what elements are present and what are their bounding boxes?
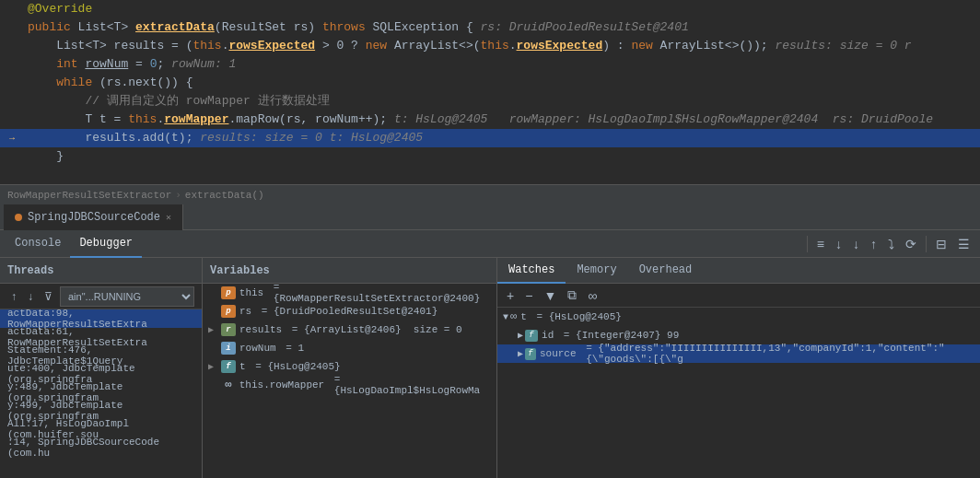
watches-panel: Watches Memory Overhead + − ▼ ⧉ ∞ ▼ ∞ t … [497, 258, 980, 478]
var-item-rs[interactable]: p rs = {DruidPooledResultSet@2401} [203, 302, 496, 321]
watch-item-source[interactable]: ▶ f source = {"address":"IIIIIIIIIIIIIII… [497, 344, 980, 363]
var-value-results: = {ArrayList@2406} size = 0 [292, 324, 462, 335]
thread-item-5[interactable]: y:499, JdbcTemplate (org.springfram [0, 402, 202, 420]
threads-panel-header: Threads [0, 258, 202, 284]
var-arrow-this [208, 288, 221, 298]
threads-panel: Threads ↑ ↓ ⊽ ain"...RUNNING actData:98,… [0, 258, 203, 478]
code-line-6: // 调用自定义的 rowMapper 进行数据处理 [0, 92, 980, 111]
step-over-button[interactable]: ↓ [831, 234, 846, 254]
toolbar-separator-2 [926, 236, 927, 252]
menu-button[interactable]: ≡ [812, 234, 829, 254]
var-item-rownum[interactable]: i rowNum = 1 [203, 339, 496, 357]
breadcrumb-separator: › [175, 190, 181, 201]
tab-console[interactable]: Console [6, 230, 70, 258]
breadcrumb-part-2[interactable]: extractData() [185, 190, 264, 201]
evaluate-button[interactable]: ⟳ [901, 234, 921, 254]
tab-debugger[interactable]: Debugger [70, 230, 142, 258]
var-arrow-results: ▶ [208, 324, 221, 335]
tab-memory-label: Memory [577, 263, 616, 276]
threads-button[interactable]: ☰ [953, 234, 974, 254]
tab-console-label: Console [15, 237, 61, 250]
thread-down-button[interactable]: ↓ [24, 288, 37, 305]
tab-watches[interactable]: Watches [497, 258, 566, 284]
tab-debugger-label: Debugger [79, 237, 133, 250]
watches-infinity-button[interactable]: ∞ [584, 286, 601, 305]
code-content-8: results.add(t); results: size = 0 t: HsL… [20, 129, 980, 147]
var-item-rowmapper[interactable]: ∞ this.rowMapper = {HsLogDaoImpl$HsLogRo… [203, 376, 496, 394]
tab-close-icon[interactable]: ✕ [166, 212, 171, 223]
debug-arrow: → [9, 134, 15, 144]
var-name-rowmapper: this.rowMapper [239, 379, 324, 391]
watch-item-id[interactable]: ▶ f id = {Integer@2407} 99 [497, 326, 980, 344]
watches-copy-button[interactable]: ⧉ [564, 286, 580, 305]
var-value-rowmapper: = {HsLogDaoImpl$HsLogRowMa [334, 374, 491, 396]
watch-icon-f-source: f [525, 348, 536, 360]
frames-button[interactable]: ⊟ [931, 234, 951, 254]
thread-filter-button[interactable]: ⊽ [41, 288, 56, 305]
var-name-rs: rs [239, 306, 251, 317]
code-line-4: int rowNum = 0; rowNum: 1 [0, 55, 980, 74]
code-content-1: @Override [20, 0, 980, 18]
tab-overhead-label: Overhead [639, 263, 693, 276]
code-line-1: @Override [0, 0, 980, 18]
thread-item-1[interactable]: actData:61, RowMapperResultSetExtra [0, 328, 202, 346]
code-line-7: T t = this.rowMapper.mapRow(rs, rowNum++… [0, 111, 980, 129]
var-icon-rs: p [221, 305, 236, 318]
threads-header-label: Threads [7, 264, 53, 277]
thread-item-3[interactable]: ute:400, JdbcTemplate (org.springfra [0, 365, 202, 383]
tab-watches-label: Watches [508, 263, 554, 276]
toolbar-separator-1 [807, 236, 808, 252]
breadcrumb-part-1[interactable]: RowMapperResultSetExtractor [7, 190, 171, 201]
var-arrow-t: ▶ [208, 361, 221, 372]
thread-item-0[interactable]: actData:98, RowMapperResultSetExtra [0, 309, 202, 328]
run-to-cursor-button[interactable]: ⤵ [883, 234, 899, 254]
debug-panel: Threads ↑ ↓ ⊽ ain"...RUNNING actData:98,… [0, 258, 980, 478]
var-item-t[interactable]: ▶ f t = {HsLog@2405} [203, 357, 496, 376]
var-icon-this: p [221, 286, 236, 299]
step-out-button[interactable]: ↑ [866, 234, 881, 254]
watch-name-id: id [542, 330, 554, 341]
breadcrumb: RowMapperResultSetExtractor › extractDat… [0, 184, 980, 204]
watch-name-source: source [540, 348, 577, 359]
var-item-results[interactable]: ▶ r results = {ArrayList@2406} size = 0 [203, 321, 496, 339]
thread-up-button[interactable]: ↑ [7, 288, 20, 305]
var-icon-t: f [221, 360, 236, 373]
code-content-5: while (rs.next()) { [20, 74, 980, 92]
tab-label: SpringJDBCSourceCode [28, 211, 160, 224]
code-content-9: } [20, 147, 980, 166]
thread-item-4[interactable]: y:489, JdbcTemplate (org.springfram [0, 383, 202, 402]
code-line-9: } [0, 147, 980, 166]
variables-panel-header: Variables [203, 258, 496, 284]
var-arrow-rowmapper [208, 380, 221, 391]
watches-toolbar: + − ▼ ⧉ ∞ [497, 284, 980, 308]
code-line-8: → results.add(t); results: size = 0 t: H… [0, 129, 980, 147]
tab-springjdbc[interactable]: SpringJDBCSourceCode ✕ [4, 204, 183, 230]
code-content-7: T t = this.rowMapper.mapRow(rs, rowNum++… [20, 111, 980, 129]
tab-bar: SpringJDBCSourceCode ✕ [0, 204, 980, 230]
code-editor: @Override public List<T> extractData(Res… [0, 0, 980, 184]
tab-overhead[interactable]: Overhead [628, 258, 704, 284]
thread-dropdown[interactable]: ain"...RUNNING [60, 286, 194, 307]
var-item-this[interactable]: p this = {RowMapperResultSetExtractor@24… [203, 284, 496, 302]
variables-header-label: Variables [210, 264, 270, 277]
var-name-results: results [239, 324, 282, 335]
watch-item-t[interactable]: ▼ ∞ t = {HsLog@2405} [497, 308, 980, 326]
watches-remove-button[interactable]: − [521, 286, 536, 305]
var-value-rs: = {DruidPooledResultSet@2401} [262, 306, 438, 317]
thread-item-6[interactable]: All:17, HsLogDaoImpl (com.huifer.sou [0, 420, 202, 438]
var-icon-rowmapper: ∞ [221, 379, 236, 391]
thread-item-2[interactable]: Statement:476, JdbcTemplate$1Query [0, 346, 202, 365]
tab-memory[interactable]: Memory [566, 258, 627, 284]
thread-item-7[interactable]: :14, SpringJDBCSourceCode (com.hu [0, 438, 202, 457]
watch-icon-f-id: f [525, 330, 538, 342]
code-line-3: List<T> results = (this.rowsExpected > 0… [0, 37, 980, 55]
code-line-2: public List<T> extractData(ResultSet rs)… [0, 18, 980, 37]
watches-down-button[interactable]: ▼ [540, 286, 560, 305]
var-arrow-rs [208, 307, 221, 317]
watch-expand-id: ▶ [518, 330, 523, 341]
var-value-t: = {HsLog@2405} [255, 361, 340, 372]
debug-toolbar: Console Debugger ≡ ↓ ↓ ↑ ⤵ ⟳ ⊟ ☰ [0, 230, 980, 258]
step-into-button[interactable]: ↓ [848, 234, 864, 254]
watch-value-id: = {Integer@2407} 99 [564, 330, 679, 341]
watches-add-button[interactable]: + [503, 286, 518, 305]
